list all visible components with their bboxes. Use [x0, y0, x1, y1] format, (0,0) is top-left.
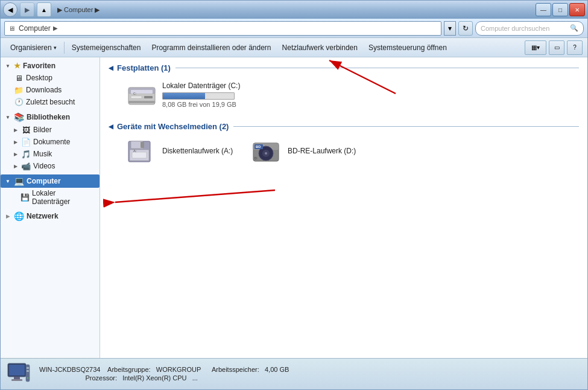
pictures-icon: 🖼	[21, 125, 31, 135]
drive-c-size: 8,08 GB frei von 19,9 GB	[162, 101, 240, 108]
toolbar-right: ▦▾ ▭ ?	[525, 40, 583, 55]
svg-text:D:: D:	[254, 156, 258, 160]
breadcrumb: ▶ Computer ▶	[54, 6, 103, 14]
status-processor-label: Prozessor:	[85, 374, 117, 382]
svg-rect-26	[9, 365, 25, 376]
sidebar-item-downloads[interactable]: 📁 Downloads	[1, 84, 100, 96]
drive-c-item[interactable]: C: Lokaler Datenträger (C:) 8,08 GB frei…	[121, 77, 247, 112]
back-button[interactable]: ◀	[3, 2, 17, 17]
minimize-button[interactable]: —	[536, 3, 551, 16]
sidebar-item-recent[interactable]: 🕐 Zuletzt besucht	[1, 96, 100, 108]
removable-section: ◀ Geräte mit Wechselmedien (2)	[109, 122, 579, 168]
toolbar-separator-1	[64, 42, 65, 54]
sidebar-libraries-label: Bibliotheken	[27, 113, 70, 121]
removable-label: Geräte mit Wechselmedien (2)	[117, 122, 229, 131]
removable-devices-grid: A: Diskettenlaufwerk (A:)	[109, 136, 579, 168]
up-button[interactable]: ▲	[37, 2, 51, 17]
sidebar-item-documents[interactable]: ▶ 📄 Dokumente	[1, 136, 100, 148]
documents-icon: 📄	[21, 137, 31, 147]
address-arrow: ▶	[53, 25, 58, 31]
sidebar-item-local-drive[interactable]: 💾 Lokaler Datenträger	[1, 188, 100, 207]
drive-a-icon: A:	[127, 140, 156, 164]
drive-c-progress-fill	[163, 93, 205, 99]
drive-d-name: BD-RE-Laufwerk (D:)	[288, 147, 360, 155]
svg-rect-15	[132, 152, 147, 158]
address-bar: 🖥 Computer ▶ ▾ ↻ Computer durchsuchen 🔍	[1, 19, 587, 38]
address-field[interactable]: 🖥 Computer ▶	[4, 21, 441, 36]
sidebar-downloads-label: Downloads	[26, 86, 62, 94]
svg-rect-27	[14, 377, 20, 379]
svg-rect-28	[11, 379, 22, 381]
sidebar-item-videos[interactable]: ▶ 📹 Videos	[1, 160, 100, 172]
sidebar-music-label: Musik	[33, 150, 52, 158]
uninstall-button[interactable]: Programm deinstallieren oder ändern	[147, 40, 276, 56]
window-controls: — □ ✕	[536, 3, 585, 16]
svg-rect-13	[141, 142, 144, 148]
sidebar-item-desktop[interactable]: 🖥 Desktop	[1, 72, 100, 84]
drive-c-icon: C:	[127, 83, 156, 107]
hard-drives-header: ◀ Festplatten (1)	[109, 63, 579, 72]
address-text: Computer	[19, 24, 51, 33]
svg-rect-7	[144, 96, 153, 98]
drive-a-item[interactable]: A: Diskettenlaufwerk (A:)	[121, 136, 241, 168]
sidebar-computer-header[interactable]: ▼ 💻 Computer	[1, 174, 100, 188]
refresh-button[interactable]: ↻	[458, 21, 473, 36]
sidebar-desktop-label: Desktop	[26, 74, 52, 82]
removable-divider	[233, 126, 579, 127]
computer-icon-header: 💻	[14, 176, 24, 186]
libraries-icon: 📚	[14, 112, 24, 122]
sidebar-documents-label: Dokumente	[33, 138, 70, 146]
svg-rect-9	[128, 101, 155, 103]
control-panel-button[interactable]: Systemsteuerung öffnen	[364, 40, 452, 56]
drive-a-info: Diskettenlaufwerk (A:)	[162, 147, 235, 158]
status-processor: Intel(R) Xeon(R) CPU	[122, 374, 186, 382]
explorer-window: ◀ ▶ ▲ ▶ Computer ▶ — □ ✕ 🖥 Computer ▶ ▾ …	[0, 0, 588, 390]
maximize-button[interactable]: □	[552, 3, 568, 16]
sidebar-item-pictures[interactable]: ▶ 🖼 Bilder	[1, 124, 100, 136]
organize-button[interactable]: Organisieren ▾	[5, 40, 62, 56]
sidebar-computer-section: ▼ 💻 Computer 💾 Lokaler Datenträger	[1, 174, 100, 207]
hard-drives-collapse-icon: ◀	[109, 65, 113, 71]
pane-button[interactable]: ▭	[549, 40, 564, 55]
status-memory-label: Arbeitsspeicher:	[212, 366, 259, 373]
favorites-star-icon: ★	[14, 62, 21, 70]
drive-d-info: BD-RE-Laufwerk (D:)	[288, 147, 360, 158]
status-info: WIN-JCKDBSQ2734 Arbeitsgruppe: WORKGROUP…	[39, 366, 289, 383]
status-more: ...	[192, 374, 198, 382]
sidebar-libraries-header[interactable]: ▼ 📚 Bibliotheken	[1, 110, 100, 124]
hard-drives-divider	[175, 68, 579, 68]
recent-icon: 🕐	[14, 97, 24, 107]
help-button[interactable]: ?	[567, 40, 583, 55]
main-content-wrapper: ▼ ★ Favoriten 🖥 Desktop 📁 Downloads 🕐 Zu…	[1, 57, 587, 358]
sidebar-favorites-section: ▼ ★ Favoriten 🖥 Desktop 📁 Downloads 🕐 Zu…	[1, 60, 100, 108]
sidebar-favorites-header[interactable]: ▼ ★ Favoriten	[1, 60, 100, 72]
sidebar-item-music[interactable]: ▶ 🎵 Musik	[1, 148, 100, 160]
music-icon: 🎵	[21, 149, 31, 159]
drive-c-progress-bar	[162, 92, 235, 100]
sidebar-network-section: ▶ 🌐 Netzwerk	[1, 209, 100, 223]
status-workgroup-label: Arbeitsgruppe:	[107, 366, 151, 373]
network-drive-button[interactable]: Netzlaufwerk verbinden	[277, 40, 362, 56]
search-icon: 🔍	[570, 24, 578, 32]
videos-expand-icon: ▶	[14, 164, 17, 169]
status-computer-name: WIN-JCKDBSQ2734	[39, 366, 100, 373]
toolbar: Organisieren ▾ Systemeigenschaften Progr…	[1, 38, 587, 57]
hard-drives-label: Festplatten (1)	[117, 63, 171, 72]
desktop-icon: 🖥	[14, 73, 24, 83]
search-field[interactable]: Computer durchsuchen 🔍	[475, 21, 584, 36]
address-dropdown-button[interactable]: ▾	[444, 21, 456, 36]
system-properties-button[interactable]: Systemeigenschaften	[67, 40, 146, 56]
status-computer-icon	[7, 362, 31, 386]
sidebar-libraries-section: ▼ 📚 Bibliotheken ▶ 🖼 Bilder ▶ 📄 Dokument…	[1, 110, 100, 172]
forward-button[interactable]: ▶	[20, 2, 34, 17]
removable-header: ◀ Geräte mit Wechselmedien (2)	[109, 122, 579, 131]
close-button[interactable]: ✕	[569, 3, 585, 16]
view-button[interactable]: ▦▾	[525, 40, 546, 55]
svg-point-32	[27, 377, 29, 379]
local-drive-icon: 💾	[20, 193, 30, 202]
drive-d-item[interactable]: BD D: BD-RE-Laufwerk (D:)	[246, 136, 367, 168]
sidebar-network-header[interactable]: ▶ 🌐 Netzwerk	[1, 209, 100, 223]
network-collapse-icon: ▶	[4, 213, 11, 220]
sidebar-pictures-label: Bilder	[33, 126, 52, 134]
search-placeholder: Computer durchsuchen	[481, 25, 549, 32]
